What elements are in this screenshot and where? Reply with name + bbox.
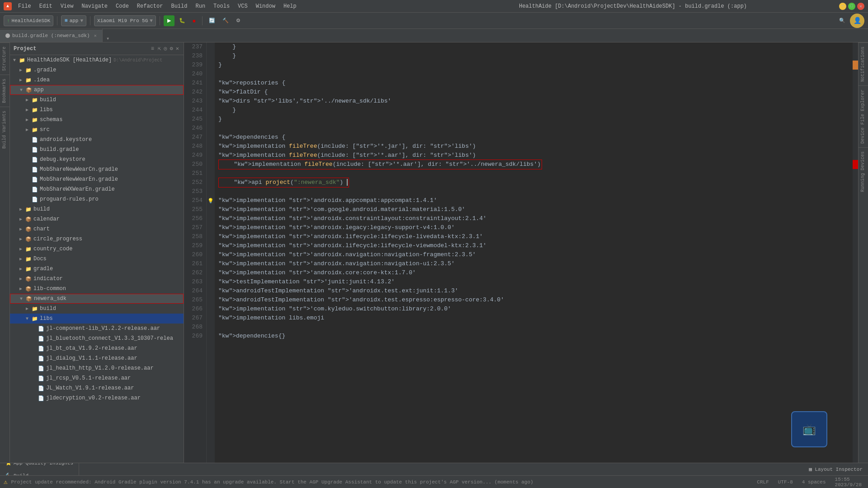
menu-vcs[interactable]: VCS [234, 2, 251, 10]
tree-item-libs[interactable]: ▶📁libs [10, 105, 184, 115]
tree-item-mobsharewxwearen-gradle[interactable]: 📄MobShareWXWearEn.gradle [10, 184, 184, 194]
menu-run[interactable]: Run [192, 2, 209, 10]
tree-item-src[interactable]: ▶📁src [10, 125, 184, 135]
indent-indicator[interactable]: 4 spaces [799, 479, 829, 485]
tree-item-build[interactable]: ▶📁build [10, 204, 184, 214]
debug-button[interactable]: 🐛 [176, 15, 188, 26]
code-line-252: "kw">api project(":newera_sdk") [218, 178, 849, 187]
folder-icon: 📁 [31, 305, 38, 312]
bookmarks-tab[interactable]: Bookmarks [0, 75, 10, 107]
tree-item-mobsharenewwearen-gradle[interactable]: 📄MobShareNewWearEn.gradle [10, 174, 184, 184]
device-file-explorer-tab[interactable]: Device File Explorer [859, 85, 868, 147]
tree-item-proguard-rules-pro[interactable]: 📄proguard-rules.pro [10, 194, 184, 204]
tab-close[interactable]: ✕ [94, 33, 97, 38]
gutter-cell-261 [207, 259, 215, 268]
module-icon: 📦 [25, 276, 32, 282]
editor-content: 2372382392402412422432442452462472482492… [184, 42, 858, 463]
project-settings-button[interactable]: ≡ [151, 46, 154, 52]
tree-item-gradle[interactable]: ▶📁gradle [10, 264, 184, 274]
menu-navigate[interactable]: Navigate [78, 2, 111, 10]
tree-item-mobsharenewwearcn-gradle[interactable]: 📄MobShareNewWearCn.gradle [10, 164, 184, 174]
code-area[interactable]: } }}"kw">repositories { "kw">flatDir { "… [215, 42, 853, 463]
tree-item-label: app [34, 87, 44, 93]
sync-button[interactable]: 🔄 [206, 15, 218, 26]
menu-tools[interactable]: Tools [210, 2, 233, 10]
close-button[interactable]: ✕ [857, 3, 864, 10]
tree-item-calendar[interactable]: ▶📦calendar [10, 214, 184, 224]
build-button[interactable]: 🔨 [220, 15, 231, 26]
layout-inspector-tab[interactable]: ▦ Layout Inspector [803, 466, 868, 472]
menu-window[interactable]: Window [252, 2, 279, 10]
tree-item-jl-rcsp-v0-5-1-release-aar[interactable]: 📄jl_rcsp_V0.5.1-release.aar [10, 373, 184, 383]
collapse-all-button[interactable]: ⇱ [157, 44, 162, 53]
build-variants-tab[interactable]: Build Variants [0, 107, 10, 152]
module-selector[interactable]: ■ app ▼ [61, 15, 86, 26]
tree-item-build-gradle[interactable]: 📄build.gradle [10, 145, 184, 155]
tree-item-country-code[interactable]: ▶📁country_code [10, 244, 184, 254]
menu-view[interactable]: View [57, 2, 77, 10]
device-selector[interactable]: Xiaomi Mi9 Pro 5G ▼ [94, 15, 156, 26]
tab-build-gradle---newera-sdk-[interactable]: build.gradle (:newera_sdk)✕ [0, 29, 103, 42]
line-number-245: 245 [186, 115, 203, 124]
menu-code[interactable]: Code [112, 2, 132, 10]
folder-icon: 📁 [25, 77, 32, 83]
tree-item-app[interactable]: ▼📦app [10, 85, 184, 95]
menu-build[interactable]: Build [167, 2, 191, 10]
maximize-button[interactable]: □ [848, 3, 855, 10]
tree-item-newera-sdk[interactable]: ▼📦newera_sdk [10, 294, 184, 304]
tree-arrow: ▶ [18, 67, 24, 73]
folder-icon: 📁 [31, 127, 38, 133]
menu-help[interactable]: Help [280, 2, 300, 10]
run-button[interactable]: ▶ [164, 15, 175, 26]
tree-item-build[interactable]: ▶📁build [10, 95, 184, 105]
menu-edit[interactable]: Edit [36, 2, 56, 10]
tree-item-label: jl_health_http_V1.2.0-release.aar [46, 365, 154, 371]
close-panel-button[interactable]: ✕ [175, 44, 180, 53]
code-line-263: "kw">testImplementation "str">'junit:jun… [218, 277, 849, 286]
tree-item-debug-keystore[interactable]: 📄debug.keystore [10, 155, 184, 164]
bottom-tab-build[interactable]: 🔨 Build [0, 469, 79, 476]
tree-item-jl-bluetooth-connect-v1-3-3-10307-relea[interactable]: 📄jl_bluetooth_connect_V1.3.3_10307-relea [10, 333, 184, 343]
running-devices-tab[interactable]: Running Devices [859, 147, 868, 196]
tree-item-lib-common[interactable]: ▶📦lib-common [10, 284, 184, 294]
line-number-240: 240 [186, 70, 203, 79]
tree-item-jl-dialog-v1-1-1-release-aar[interactable]: 📄jl_dialog_V1.1.1-release.aar [10, 353, 184, 363]
bottom-tab-app-quality-insights[interactable]: ⭐ App Quality Insights [0, 463, 79, 469]
menu-refactor[interactable]: Refactor [133, 2, 167, 10]
tree-item-jl-health-http-v1-2-0-release-aar[interactable]: 📄jl_health_http_V1.2.0-release.aar [10, 363, 184, 373]
notifications-tab[interactable]: Notifications [859, 42, 868, 85]
tree-item-jldecryption-v0-2-release-aar[interactable]: 📄jldecryption_v0.2-release.aar [10, 393, 184, 403]
vcs-button[interactable]: ↑ HealthAideSDK [4, 15, 53, 26]
tree-item-schemas[interactable]: ▶📁schemas [10, 115, 184, 125]
tree-item--idea[interactable]: ▶📁.idea [10, 75, 184, 85]
tree-item-docs[interactable]: ▶📁Docs [10, 254, 184, 264]
tree-item-jl-component-lib-v1-2-2-release-aar[interactable]: 📄jl-component-lib_V1.2.2-release.aar [10, 324, 184, 333]
stop-button[interactable]: ■ [190, 15, 198, 26]
search-everywhere-button[interactable]: 🔍 [836, 15, 848, 26]
charset-indicator[interactable]: UTF-8 [775, 479, 796, 485]
gear-icon[interactable]: ⚙ [169, 44, 174, 53]
tree-item-android-keystore[interactable]: 📄android.keystore [10, 135, 184, 145]
line-number-265: 265 [186, 296, 203, 305]
minimize-button[interactable]: ─ [839, 3, 846, 10]
locate-file-button[interactable]: ◎ [163, 44, 168, 53]
structure-tab[interactable]: Structure [0, 42, 10, 75]
gutter-cell-262 [207, 268, 215, 277]
gutter-cell-253 [207, 187, 215, 196]
more-tabs-button[interactable]: ▾ [103, 35, 113, 42]
tree-item-libs[interactable]: ▼📁libs [10, 314, 184, 324]
menu-file[interactable]: File [14, 2, 35, 10]
encoding-indicator[interactable]: CRLF [754, 479, 771, 485]
tree-item-chart[interactable]: ▶📦chart [10, 224, 184, 234]
status-message[interactable]: Project update recommended: Android Grad… [11, 479, 750, 485]
settings-button[interactable]: ⚙ [233, 15, 243, 26]
tree-item-jl-bt-ota-v1-9-2-release-aar[interactable]: 📄jl_bt_ota_V1.9.2-release.aar [10, 343, 184, 353]
tree-item-label: newera_sdk [34, 296, 66, 302]
tree-item--gradle[interactable]: ▶📁.gradle [10, 65, 184, 75]
tree-item-indicator[interactable]: ▶📦indicator [10, 274, 184, 284]
tree-root[interactable]: ▼ 📁 HealthAideSDK [HealthAide] D:\Androi… [10, 55, 184, 65]
tree-item-build[interactable]: ▶📁build [10, 304, 184, 314]
tree-item-circle-progress[interactable]: ▶📦circle_progress [10, 234, 184, 244]
gutter-cell-244 [207, 106, 215, 115]
tree-item-jl-watch-v1-9-1-release-aar[interactable]: 📄JL_Watch_V1.9.1-release.aar [10, 383, 184, 393]
